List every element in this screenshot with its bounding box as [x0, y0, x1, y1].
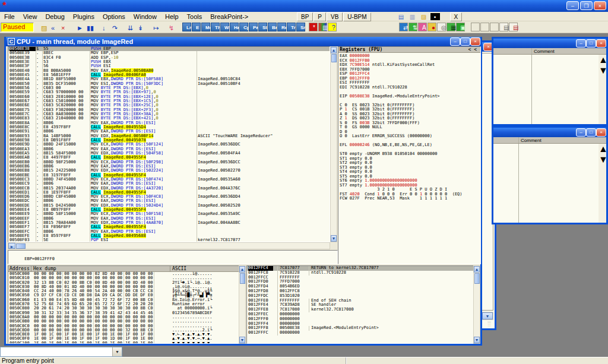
view-button-br[interactable]: Br — [268, 23, 277, 31]
plugin-button-vb[interactable]: VB — [327, 12, 343, 21]
list-header[interactable]: Comment — [493, 137, 606, 144]
register-line[interactable]: EFL 00000246 (NO,NB,E,BE,NS,PE,GE,LE) — [338, 143, 480, 148]
skip-icon[interactable]: ↯ — [164, 23, 175, 32]
menu-item-debug[interactable]: Debug — [41, 12, 68, 21]
disassembly-pane[interactable]: 00508E38$55PUSH EBP00508E39.8BECMOV EBP,… — [8, 46, 330, 242]
step-into-icon[interactable]: ↓ — [98, 23, 108, 32]
plugin-button-p[interactable]: P — [314, 12, 326, 21]
disasm-row[interactable]: 00508EFE.E8 8597F8FFCALL ImageRed.004956… — [8, 234, 330, 238]
run-icon[interactable]: ► — [72, 23, 83, 32]
open-folder-icon[interactable]: ▨ — [419, 12, 429, 21]
menu-item-window[interactable]: Window — [129, 12, 161, 21]
view-button-th[interactable]: Th — [211, 23, 220, 31]
maximize-button[interactable]: □ — [460, 37, 470, 46]
disasm-row[interactable]: 00508EC3.8B0D 74F45000MOV ECX,DWORD PTR … — [8, 178, 330, 182]
plugin-button-u-bpm[interactable]: U-BPM — [343, 12, 370, 21]
disasm-row[interactable]: 00508E83.C683 21040000 00MOV BYTE PTR DS… — [8, 116, 330, 121]
view-button-re[interactable]: Re — [277, 23, 286, 31]
close-button[interactable]: × — [470, 37, 480, 46]
pause-icon[interactable]: ▮▮ — [83, 23, 93, 32]
view-button-cp[interactable]: Cp — [239, 23, 248, 31]
stack-pane[interactable]: 0012FFC47C817077RETURN to kernel32.7C817… — [246, 265, 479, 344]
view-button-tr[interactable]: Tr — [287, 23, 296, 31]
animate-over-icon[interactable]: ↡ — [134, 23, 144, 32]
animate-into-icon[interactable]: ⇊ — [124, 23, 134, 32]
view-button-st[interactable]: St — [258, 23, 267, 31]
gear-icon[interactable]: * — [309, 23, 318, 31]
notepad-icon[interactable]: ▤ — [396, 12, 407, 21]
close-button[interactable]: × — [596, 128, 606, 137]
view-button-pa[interactable]: Pa — [249, 23, 258, 31]
step-over-icon[interactable]: ↷ — [108, 23, 118, 32]
info-pane[interactable]: EBP=0012FFF0 — [8, 250, 338, 264]
view-button-e[interactable]: E — [192, 23, 201, 31]
menu-item-view[interactable]: View — [19, 12, 42, 21]
cpu-titlebar[interactable]: C CPU - main thread, module ImageRed – □… — [6, 37, 480, 46]
view-button-ha[interactable]: Ha — [230, 23, 239, 31]
plugin-toolbar-close-button[interactable]: X — [450, 12, 463, 21]
sort-icon[interactable]: ⇅ — [408, 23, 417, 31]
menu-item-help[interactable]: Help — [161, 12, 183, 21]
command-combobox[interactable]: ▼ — [0, 347, 122, 357]
menu-item-file[interactable]: File — [0, 12, 19, 21]
hex-dump-pane[interactable]: Address Hex dump ASCII 0050C00000 00 00 … — [8, 265, 239, 344]
blank-button[interactable] — [471, 23, 480, 31]
close-program-icon[interactable]: × — [57, 23, 67, 32]
register-line[interactable]: O 0 LastErr ERROR_SUCCESS (00000000) — [338, 134, 480, 139]
spiral-icon[interactable]: ◎ — [437, 23, 446, 31]
list-header[interactable]: Comment — [493, 48, 606, 55]
register-line[interactable]: EIP 00508E38 ImageRed.<ModuleEntryPoint> — [338, 94, 480, 99]
disasm-row[interactable]: 00508E9D.8B0D 24F15000MOV ECX,DWORD PTR … — [8, 143, 330, 147]
notes-icon[interactable]: ▥ — [407, 12, 418, 21]
register-line[interactable]: T 0 GS 0000 NULL — [338, 125, 480, 130]
minimize-button[interactable]: – — [576, 128, 586, 137]
stack-vscrollbar[interactable]: ▲ ▼ — [473, 265, 480, 344]
view-button-sr[interactable]: Sr — [296, 23, 305, 31]
restore-button[interactable]: ❐ — [580, 1, 593, 10]
minimize-button[interactable]: – — [576, 39, 586, 48]
stack-row[interactable]: 0012FFFC00000000 — [247, 331, 478, 335]
menu-item-breakpoint[interactable]: BreakPoint-> — [206, 12, 252, 21]
disasm-row[interactable]: 00508E3E.53PUSH EBX — [8, 60, 330, 64]
dump-row[interactable]: 0050C1001F 00 1F 001F 00 1F 001F 00 1F 0… — [8, 341, 239, 344]
close-button[interactable]: × — [594, 1, 606, 10]
register-line[interactable]: FCW 027F Prec NEAR,53 Mask 1 1 1 1 1 1 — [338, 197, 480, 201]
close-button[interactable]: × — [596, 39, 606, 48]
chevron-down-icon[interactable]: ▼ — [112, 347, 122, 356]
doc-list-icon[interactable]: ▤ — [499, 23, 508, 31]
execute-till-return-icon[interactable]: ↦ — [149, 23, 159, 32]
window-titlebar[interactable]: – □ × — [493, 128, 606, 137]
restart-icon[interactable]: « — [47, 23, 57, 32]
ascii-column-header[interactable]: ASCII — [170, 266, 186, 271]
maximize-button[interactable]: □ — [586, 39, 596, 48]
open-file-icon[interactable]: ▨ — [37, 23, 47, 32]
disasm-row[interactable]: 00508E3B.83C4 F0ADD ESP,-10 — [8, 56, 330, 60]
disasm-row[interactable]: 00508ED6.8B0D C8F45000MOV ECX,DWORD PTR … — [8, 195, 330, 199]
registers-pane-header[interactable]: Registers (FPU) < < — [338, 47, 480, 53]
window-titlebar[interactable]: – □ × — [493, 39, 606, 48]
swap-icon[interactable]: ⇄ — [399, 23, 408, 31]
disasm-row[interactable]: 00508EB0.8B0D 98F25000MOV ECX,DWORD PTR … — [8, 160, 330, 164]
screen-icon[interactable]: ▣ — [456, 23, 465, 31]
target-icon[interactable]: ● — [428, 23, 436, 31]
hexdump-column-header[interactable]: Hex dump — [31, 266, 170, 271]
view-button-me[interactable]: Me — [201, 23, 210, 31]
blank-button[interactable] — [490, 23, 499, 31]
minimize-button[interactable]: – — [450, 37, 460, 46]
disassembly-vscrollbar[interactable]: ▲ ▼ — [330, 46, 337, 242]
menu-item-options[interactable]: Options — [99, 12, 129, 21]
view-button-ln[interactable]: Ln — [182, 23, 191, 31]
address-column-header[interactable]: Address — [8, 266, 31, 271]
font-icon[interactable]: A — [418, 23, 427, 31]
view-button-wi[interactable]: Wi — [220, 23, 229, 31]
scrollbar[interactable]: ▲ ▼ — [598, 55, 606, 124]
scrollbar[interactable]: ▼ — [482, 312, 493, 320]
register-line[interactable]: EDI 7C910228 ntdll.7C910228 — [338, 86, 480, 90]
plugin-button-bp[interactable]: BP — [297, 12, 313, 21]
disassembly-hscrollbar[interactable]: ◄ ► — [8, 242, 330, 249]
disasm-row[interactable]: 00508EE9.8B0D 58F15000MOV ECX,DWORD PTR … — [8, 212, 330, 216]
menu-item-tools[interactable]: Tools — [183, 12, 207, 21]
help-icon[interactable]: ? — [328, 23, 337, 31]
resize-grip[interactable]: ░ — [487, 321, 493, 327]
minimize-button[interactable]: – — [566, 1, 579, 10]
